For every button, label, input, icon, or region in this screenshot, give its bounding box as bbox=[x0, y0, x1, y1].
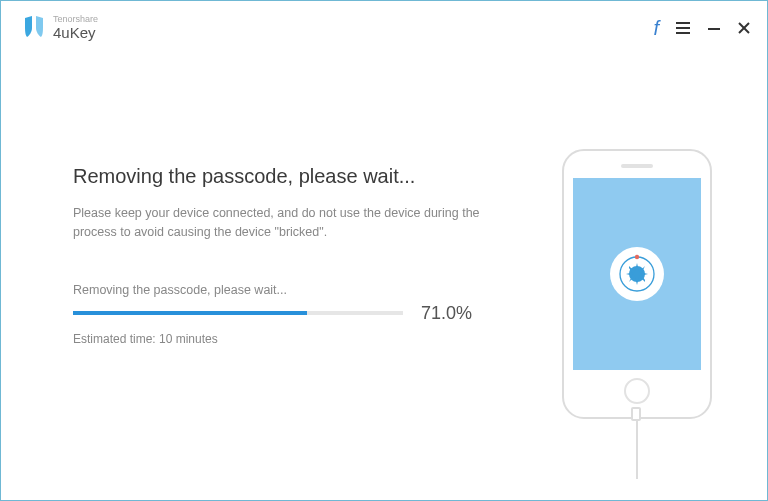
left-panel: Removing the passcode, please wait... Pl… bbox=[73, 149, 507, 479]
brand-text: Tenorshare 4uKey bbox=[53, 15, 98, 41]
right-panel bbox=[547, 149, 727, 479]
page-title: Removing the passcode, please wait... bbox=[73, 165, 507, 188]
phone-cable bbox=[636, 419, 638, 479]
instruction-text: Please keep your device connected, and d… bbox=[73, 204, 493, 243]
minimize-icon[interactable] bbox=[707, 21, 721, 35]
progress-bar-fill bbox=[73, 311, 307, 315]
window-controls: f bbox=[653, 17, 751, 40]
brand-logo-icon bbox=[23, 15, 45, 41]
phone-screen bbox=[573, 178, 701, 370]
phone-home-button bbox=[624, 378, 650, 404]
progress-bar bbox=[73, 311, 403, 315]
menu-icon[interactable] bbox=[675, 20, 691, 36]
titlebar: Tenorshare 4uKey f bbox=[1, 1, 767, 47]
facebook-icon[interactable]: f bbox=[653, 17, 659, 40]
phone-speaker bbox=[621, 164, 653, 168]
progress-percent: 71.0% bbox=[421, 303, 472, 324]
loading-burst-icon bbox=[610, 247, 664, 301]
content-area: Removing the passcode, please wait... Pl… bbox=[1, 47, 767, 479]
svg-point-7 bbox=[635, 255, 639, 259]
estimated-time: Estimated time: 10 minutes bbox=[73, 332, 507, 346]
cable-connector bbox=[631, 407, 641, 421]
phone-illustration bbox=[562, 149, 712, 419]
brand: Tenorshare 4uKey bbox=[23, 15, 98, 41]
progress-row: 71.0% bbox=[73, 303, 507, 324]
brand-product: 4uKey bbox=[53, 25, 98, 42]
close-icon[interactable] bbox=[737, 21, 751, 35]
progress-label: Removing the passcode, please wait... bbox=[73, 283, 507, 297]
